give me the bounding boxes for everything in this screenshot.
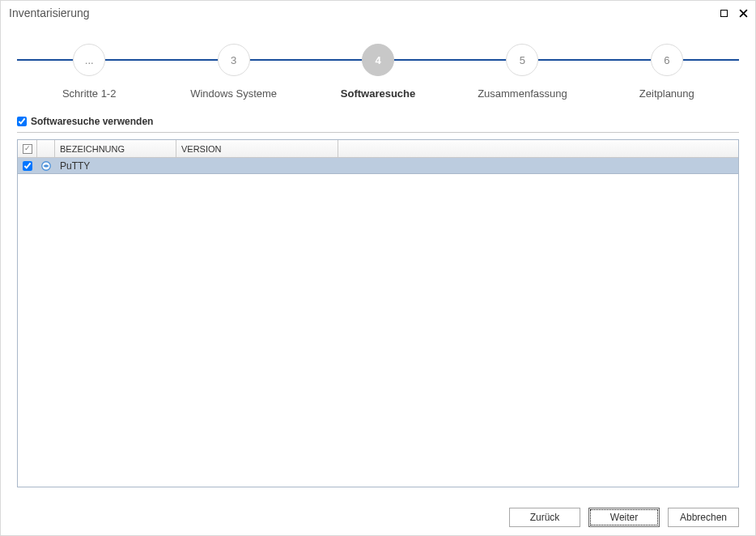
step-circle: ...: [73, 44, 105, 76]
step-circle: 6: [651, 44, 683, 76]
row-name: PuTTY: [55, 160, 176, 172]
wizard-footer: Zurück Weiter Abbrechen: [509, 508, 739, 527]
step-circle: 3: [218, 44, 250, 76]
titlebar: Inventarisierung: [1, 1, 755, 25]
step-softwaresuche[interactable]: 4 Softwaresuche: [306, 33, 450, 100]
step-1-2[interactable]: ... Schritte 1-2: [17, 33, 161, 100]
app-icon: [40, 160, 52, 172]
step-zusammenfassung[interactable]: 5 Zusammenfassung: [450, 33, 594, 100]
step-label: Zeitplanung: [639, 87, 694, 100]
header-checkbox-icon: ✓: [23, 144, 32, 154]
header-version[interactable]: VERSION: [176, 140, 338, 157]
table-header: ✓ BEZEICHNUNG VERSION: [18, 140, 738, 158]
step-zeitplanung[interactable]: 6 Zeitplanung: [595, 33, 739, 100]
window-controls: [720, 7, 749, 19]
row-checkbox[interactable]: [23, 161, 32, 171]
maximize-icon[interactable]: [720, 10, 728, 17]
step-label: Windows Systeme: [190, 87, 277, 100]
header-checkbox-cell[interactable]: ✓: [18, 140, 37, 157]
step-circle: 4: [362, 44, 394, 76]
header-spacer: [338, 140, 738, 157]
step-windows-systeme[interactable]: 3 Windows Systeme: [161, 33, 305, 100]
divider: [17, 132, 739, 133]
next-button[interactable]: Weiter: [588, 508, 660, 527]
header-bezeichnung[interactable]: BEZEICHNUNG: [55, 140, 176, 157]
step-label: Schritte 1-2: [62, 87, 116, 100]
back-button[interactable]: Zurück: [509, 508, 580, 527]
cancel-button[interactable]: Abbrechen: [668, 508, 739, 527]
step-circle: 5: [506, 44, 538, 76]
use-softwaresearch-label: Softwaresuche verwenden: [31, 116, 153, 127]
software-table: ✓ BEZEICHNUNG VERSION PuTTY: [17, 139, 739, 487]
window-title: Inventarisierung: [9, 6, 90, 19]
step-label: Zusammenfassung: [478, 87, 567, 100]
table-row[interactable]: PuTTY: [18, 158, 738, 174]
step-label: Softwaresuche: [341, 87, 415, 100]
close-icon[interactable]: [737, 7, 749, 19]
wizard-stepper: ... Schritte 1-2 3 Windows Systeme 4 Sof…: [17, 33, 739, 106]
header-icon-cell: [37, 140, 55, 157]
use-softwaresearch-row: Softwaresuche verwenden: [17, 116, 739, 127]
use-softwaresearch-checkbox[interactable]: [17, 117, 27, 126]
